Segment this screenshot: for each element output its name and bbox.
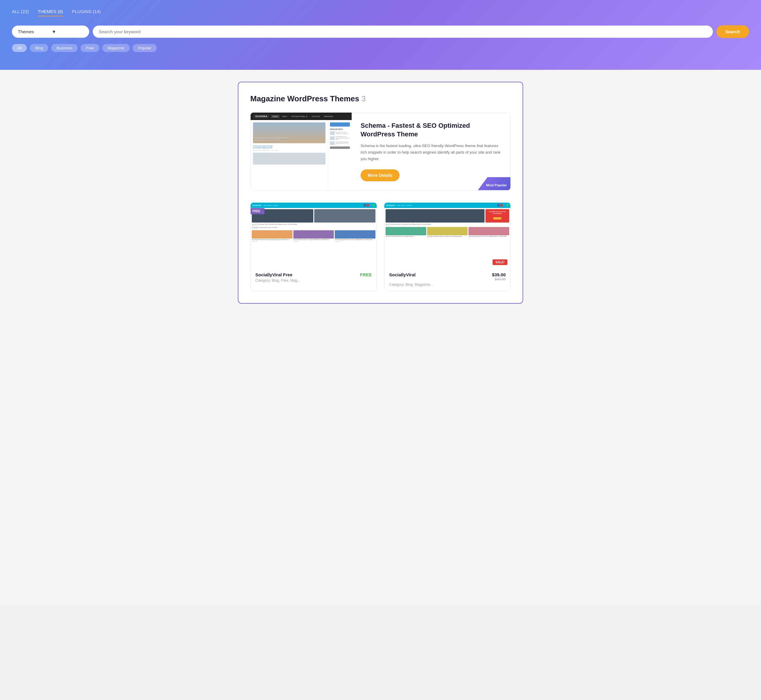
- sv-nav-about: ABOUT: [268, 205, 272, 206]
- sv-article-img-1: [252, 230, 293, 239]
- filter-popular[interactable]: Popular: [133, 44, 157, 52]
- theme-price-original-sv: $49.00: [492, 277, 506, 281]
- sv-paid-social-icons: [497, 204, 509, 206]
- sv-article-1: These Pixelated Portraits Are Created Us…: [252, 230, 293, 242]
- sv-paid-youtube-icon: [500, 204, 503, 206]
- youtube-icon: [366, 204, 369, 206]
- sv-article-meta-3: 8 months ago: [335, 241, 376, 242]
- tab-themes[interactable]: THEMES (8): [38, 9, 63, 16]
- sv-paid-img-2: [427, 227, 468, 235]
- schema-lorem-title: Lorem ipsum dolor sit amet,consectetur a…: [253, 145, 326, 148]
- sv-free-mockup: SociallyViral HOME ABOUT CONTACT: [251, 203, 377, 268]
- facebook-icon: [363, 204, 366, 206]
- sv-paid-nav-about: ABOUT: [402, 205, 406, 206]
- search-input-wrapper: [93, 25, 713, 38]
- sv-paid-logo: SociallyViral: [386, 205, 395, 206]
- more-details-button[interactable]: More Details: [360, 169, 399, 181]
- schema-sidebar-item-1: Excepteur sint occaecat cupidatat non pr…: [330, 131, 350, 135]
- search-row: Themes ▼ Search: [12, 25, 749, 38]
- schema-text-1: Excepteur sint occaecat cupidatat non pr…: [336, 131, 350, 134]
- filter-business[interactable]: Business: [51, 44, 78, 52]
- filter-magazine[interactable]: Magazine: [102, 44, 130, 52]
- theme-name-sv-free: SociallyViral Free: [255, 272, 293, 277]
- sv-nav: SociallyViral HOME ABOUT CONTACT: [251, 203, 377, 208]
- sv-article-text-2: These Incredible Portraits Weren't Captu…: [293, 239, 334, 241]
- sv-paid-text-2: Get Ready For Halloween With These Coupl…: [427, 236, 468, 238]
- search-button[interactable]: Search: [716, 25, 749, 38]
- sv-paid-whatsapp-icon: [506, 204, 509, 206]
- sv-logo: SociallyViral: [252, 205, 261, 206]
- search-input[interactable]: [99, 29, 707, 34]
- theme-card-header-sv: SociallyViral $39.00 $49.00: [389, 272, 506, 281]
- featured-theme-card: SCHEMA HOME SHOP OPTIONS PANEL ▼ POLITIC…: [250, 112, 511, 191]
- schema-mockup: SCHEMA HOME SHOP OPTIONS PANEL ▼ POLITIC…: [251, 112, 352, 190]
- schema-popular-bar: [330, 147, 350, 149]
- schema-sidebar-item-2: This is Example of Post without Sidebar …: [330, 136, 350, 140]
- sv-article-img-2: [293, 230, 334, 239]
- theme-card-info-sv: SociallyViral $39.00 $49.00 Category: Bl…: [384, 268, 510, 291]
- whatsapp-icon: [373, 204, 375, 206]
- sv-paid-article-1: Here Are The 15 Best Photobombs Ever Cau…: [385, 227, 426, 239]
- theme-name-sv: SociallyViral: [389, 272, 416, 277]
- sv-paid-facebook-icon: [497, 204, 500, 206]
- price-stack: $39.00 $49.00: [492, 272, 506, 281]
- sv-social-icons: [363, 204, 375, 206]
- sv-article-2: These Incredible Portraits Weren't Captu…: [293, 230, 334, 242]
- theme-category-sv-free: Category: Blog, Free, Mag...: [255, 278, 372, 283]
- theme-card-header-sv-free: SociallyViral Free FREE: [255, 272, 372, 277]
- schema-thumb-2: [330, 136, 335, 140]
- sv-paid-meta-1: 20 ●: [385, 238, 426, 239]
- sv-paid-twitter-icon: [503, 204, 506, 206]
- sv-paid-nav-contact: CONTACT: [406, 205, 412, 206]
- sv-paid-nav-home: HOME: [397, 205, 401, 206]
- schema-nav-options: OPTIONS PANEL ▼: [290, 115, 309, 118]
- sv-paid-article-3: These Beauty Ingredients From The Past C…: [468, 227, 509, 239]
- sv-hero-row: [251, 208, 377, 224]
- sv-nav-contact: CONTACT: [272, 205, 278, 206]
- sv-paid-text-3: These Beauty Ingredients From The Past C…: [468, 236, 509, 238]
- sv-article-row: These Pixelated Portraits Are Created Us…: [251, 230, 377, 242]
- tab-plugins[interactable]: PLUGINS (14): [72, 9, 101, 16]
- schema-nav-items: HOME SHOP OPTIONS PANEL ▼ POLITICS BREAK…: [271, 115, 335, 118]
- theme-price-sv: $39.00: [492, 272, 506, 277]
- category-dropdown[interactable]: Themes ▼: [12, 25, 89, 38]
- filter-blog[interactable]: Blog: [30, 44, 48, 52]
- themes-grid: FREE SociallyViral HOME ABOUT CONTACT: [250, 202, 511, 291]
- schema-nav: SCHEMA HOME SHOP OPTIONS PANEL ▼ POLITIC…: [251, 112, 352, 120]
- sv-paid-hero-1: [385, 209, 485, 223]
- theme-card-sociallyviral-free: FREE SociallyViral HOME ABOUT CONTACT: [250, 202, 377, 291]
- schema-text-2: This is Example of Post without Sidebar …: [336, 136, 350, 140]
- featured-theme-description: Schema is the fastest loading, ultra-SEO…: [360, 143, 501, 162]
- schema-author: ▲ MyThemeShop ■ Business ✎ 0 Comments: [253, 150, 326, 151]
- schema-nav-home: HOME: [271, 115, 279, 118]
- schema-content: Scarlett Johansson Opens Up About Her Fi…: [251, 120, 352, 190]
- tab-all[interactable]: ALL (22): [12, 9, 29, 16]
- sv-paid-article-2: Get Ready For Halloween With These Coupl…: [427, 227, 468, 239]
- theme-preview-sv-free: FREE SociallyViral HOME ABOUT CONTACT: [251, 203, 377, 268]
- sv-hero-img-2: [314, 209, 376, 223]
- sv-paid-hero-row: GET MORE STUFF LIKE THISIN YOUR INBOX SI…: [384, 208, 510, 224]
- free-ribbon: FREE: [251, 208, 265, 214]
- section-title: Magazine WordPress Themes 3: [250, 94, 511, 103]
- main-content: Magazine WordPress Themes 3 SCHEMA HOME …: [0, 70, 761, 605]
- schema-hero-image: Scarlett Johansson Opens Up About Her Fi…: [253, 122, 326, 143]
- sv-nav-home: HOME: [263, 205, 267, 206]
- theme-category-sv: Category: Blog, Magazine...: [389, 283, 506, 287]
- schema-thumb-1: [330, 131, 335, 135]
- theme-preview-schema: SCHEMA HOME SHOP OPTIONS PANEL ▼ POLITIC…: [251, 112, 352, 190]
- sv-paid-img-1: [385, 227, 426, 235]
- sv-paid-text-1: Here Are The 15 Best Photobombs Ever Cau…: [385, 236, 426, 238]
- sv-nav-links: HOME ABOUT CONTACT: [263, 205, 279, 206]
- schema-sidebar-item-3: Irure journalist qui dolore in fugitive …: [330, 141, 350, 145]
- filter-tags: All Blog Business Free Magazine Popular: [12, 44, 749, 52]
- schema-main-col: Scarlett Johansson Opens Up About Her Fi…: [251, 120, 328, 190]
- filter-all[interactable]: All: [12, 44, 27, 52]
- sv-paid-meta-3: 20 ●: [468, 238, 509, 239]
- schema-sidebar: POPULAR POSTS Excepteur sint occaecat cu…: [328, 120, 352, 190]
- theme-card-sociallyviral: SALE! SociallyViral HOME ABOUT CONTACT: [384, 202, 511, 291]
- theme-price-sv-free: FREE: [360, 272, 372, 277]
- sv-article-text-3: These Beauty Ingredients From the Past C…: [335, 239, 376, 241]
- filter-free[interactable]: Free: [81, 44, 99, 52]
- sv-article-meta-1: 8 months ago: [252, 241, 293, 242]
- schema-hero-text: Scarlett Johansson Opens Up About Her Fi…: [255, 137, 287, 141]
